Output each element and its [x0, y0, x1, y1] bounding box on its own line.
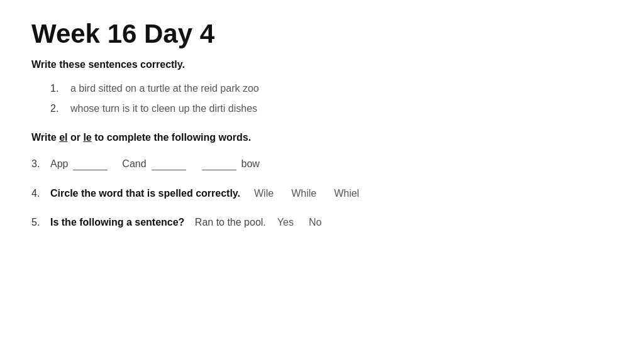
- section2-instruction: Write el or le to complete the following…: [31, 132, 613, 143]
- word3-suffix: bow: [242, 158, 260, 170]
- word2-prefix: Cand: [122, 158, 146, 170]
- blank-1: [73, 158, 108, 170]
- q3-num: 3.: [31, 158, 47, 170]
- sentence-1: a bird sitted on a turtle at the reid pa…: [70, 83, 259, 94]
- question-5-row: 5. Is the following a sentence? Ran to t…: [31, 217, 613, 228]
- sentence-2: whose turn is it to cleen up the dirti d…: [70, 103, 257, 114]
- question-3-row: 3. App Cand bow: [31, 158, 613, 170]
- yes-no-options: Yes No: [277, 217, 322, 228]
- list-num-1: 1.: [50, 83, 63, 94]
- word1-prefix: App: [50, 158, 68, 170]
- choice-whiel: Whiel: [334, 188, 359, 199]
- list-num-2: 2.: [50, 103, 63, 114]
- q4-instruction: Circle the word that is spelled correctl…: [50, 188, 240, 199]
- q5-sentence: Ran to the pool.: [195, 217, 266, 228]
- write-label: Write: [31, 132, 59, 143]
- choice-wile: Wile: [254, 188, 274, 199]
- q5-num: 5.: [31, 217, 47, 228]
- no-option: No: [309, 217, 321, 228]
- q5-instruction: Is the following a sentence?: [50, 217, 184, 228]
- sentences-list: 1. a bird sitted on a turtle at the reid…: [50, 83, 613, 114]
- list-item: 1. a bird sitted on a turtle at the reid…: [50, 83, 613, 94]
- le-label: le: [83, 132, 91, 143]
- el-label: el: [59, 132, 67, 143]
- or-label: or: [68, 132, 84, 143]
- question-4-row: 4. Circle the word that is spelled corre…: [31, 188, 613, 199]
- list-item: 2. whose turn is it to cleen up the dirt…: [50, 103, 613, 114]
- choice-while: While: [291, 188, 316, 199]
- blank-2: [152, 158, 186, 170]
- yes-option: Yes: [277, 217, 294, 228]
- section2-suffix: to complete the following words.: [92, 132, 251, 143]
- blank-3: [202, 158, 236, 170]
- section1-instruction: Write these sentences correctly.: [31, 59, 613, 70]
- q4-num: 4.: [31, 188, 47, 199]
- page-title: Week 16 Day 4: [31, 19, 613, 49]
- word-choices: Wile While Whiel: [254, 188, 359, 199]
